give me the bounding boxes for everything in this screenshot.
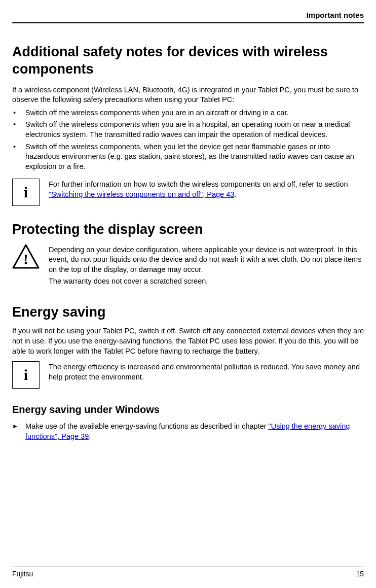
info-text: For further information on how to switch…	[49, 179, 364, 201]
section-heading-wireless: Additional safety notes for devices with…	[12, 44, 364, 78]
item-suffix: .	[89, 432, 91, 440]
warning-callout: ! Depending on your device configuration…	[12, 244, 364, 289]
svg-text:!: !	[23, 251, 28, 267]
instruction-list: Make use of the available energy-saving …	[12, 422, 364, 441]
item-prefix: Make use of the available energy-saving …	[25, 422, 269, 430]
list-item: Make use of the available energy-saving …	[12, 422, 364, 441]
info-icon: i	[12, 179, 40, 206]
warning-icon: !	[12, 244, 40, 269]
cross-ref-link[interactable]: "Switching the wireless components on an…	[49, 190, 234, 198]
info-suffix: .	[234, 190, 236, 198]
info-callout: i For further information on how to swit…	[12, 179, 364, 206]
section-heading-display: Protecting the display screen	[12, 220, 364, 238]
footer-page-number: 15	[356, 569, 364, 579]
list-item: Switch off the wireless components when …	[12, 120, 364, 140]
info-text: The energy efficiency is increased and e…	[49, 361, 364, 384]
intro-paragraph: If a wireless component (Wireless LAN, B…	[12, 85, 364, 105]
warning-text: Depending on your device configuration, …	[49, 244, 364, 289]
info-prefix: For further information on how to switch…	[49, 180, 348, 188]
page-footer: Fujitsu 15	[12, 567, 364, 579]
warning-p2: The warranty does not cover a scratched …	[49, 276, 364, 287]
warning-p1: Depending on your device configuration, …	[49, 245, 364, 275]
info-callout-energy: i The energy efficiency is increased and…	[12, 361, 364, 389]
list-item: Switch off the wireless components, when…	[12, 142, 364, 172]
safety-bullet-list: Switch off the wireless components when …	[12, 108, 364, 171]
running-header: Important notes	[12, 10, 364, 23]
list-item: Switch off the wireless components when …	[12, 108, 364, 118]
energy-paragraph: If you will not be using your Tablet PC,…	[12, 326, 364, 356]
info-icon: i	[12, 361, 40, 389]
subsection-heading-windows: Energy saving under Windows	[12, 403, 364, 417]
energy-info-p1: The energy efficiency is increased and e…	[49, 362, 364, 382]
footer-brand: Fujitsu	[12, 569, 33, 579]
section-heading-energy: Energy saving	[12, 303, 364, 321]
